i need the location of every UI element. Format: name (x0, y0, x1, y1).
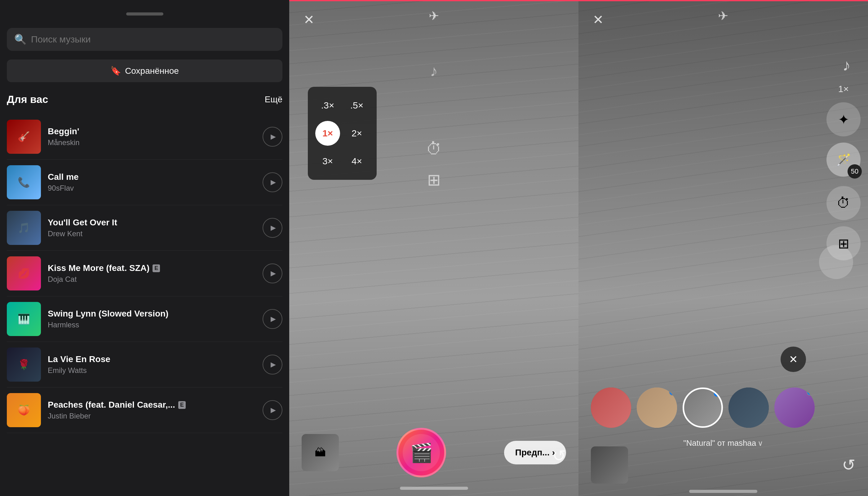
layout-icon[interactable]: ⊞ (427, 170, 441, 189)
speed-option-0.3x[interactable]: .3× (315, 93, 340, 118)
top-bar (289, 0, 578, 1)
track-title: Beggin' (48, 126, 79, 136)
record-button-inner: 🎬 (403, 434, 440, 471)
filter-row (578, 388, 868, 428)
layout-button-3[interactable]: ⊞ (826, 226, 861, 260)
music-list: 🎸 Beggin' Måneskin 📞 Call me 90sFlav 🎵 (7, 114, 282, 433)
close-button[interactable]: ✕ (298, 9, 320, 30)
track-artist: Doja Cat (48, 275, 77, 283)
track-title: La Vie En Rose (48, 354, 110, 364)
play-button[interactable] (263, 400, 282, 420)
flip-camera-button-3[interactable]: ↺ (842, 456, 856, 474)
effects-button[interactable]: ✦ (826, 102, 861, 136)
wand-button[interactable]: 🪄 50 (826, 143, 861, 177)
sparkle-icon: ✦ (838, 112, 849, 127)
track-artist: Justin Bieber (48, 412, 91, 420)
close-icon-3: ✕ (593, 12, 604, 27)
top-bar-3 (578, 0, 868, 1)
bottom-bar-3: ↺ (578, 446, 868, 484)
notification-dot-2 (669, 389, 676, 396)
speed-label-3[interactable]: 1× (838, 84, 849, 94)
track-artist: 90sFlav (48, 184, 74, 192)
album-art-beggin: 🎸 (7, 120, 41, 154)
speed-option-4x[interactable]: 4× (344, 149, 369, 174)
notification-dot-5 (807, 389, 813, 396)
wand-icon-3: 🪄 (836, 153, 851, 167)
filter-thumb-5[interactable] (774, 388, 815, 428)
speed-option-0.5x[interactable]: .5× (344, 93, 369, 118)
music-info: Swing Lynn (Slowed Version) Harmless (48, 309, 256, 329)
play-button[interactable] (263, 264, 282, 283)
filter-thumb-1[interactable] (591, 388, 631, 428)
play-button[interactable] (263, 309, 282, 329)
section-title: Для вас (7, 93, 48, 105)
airplane-mode-icon-3[interactable]: ✈ (718, 9, 728, 23)
track-artist: Måneskin (48, 138, 80, 146)
badge-count: 50 (848, 164, 862, 179)
close-button-3[interactable]: ✕ (587, 9, 609, 30)
gallery-thumbnail[interactable]: 🏔 (301, 434, 339, 471)
album-art-vie: 🌹 (7, 347, 41, 382)
dismiss-button[interactable]: ✕ (780, 346, 806, 372)
bottom-bar: 🏔 🎬 Предп... › (289, 409, 578, 496)
section-header: Для вас Ещё (7, 93, 282, 105)
music-panel: 🔍 🔖 Сохранённое Для вас Ещё 🎸 Beggin' Må… (0, 0, 289, 496)
filter-thumb-3[interactable] (683, 388, 723, 428)
close-icon: ✕ (304, 12, 314, 27)
explicit-badge: E (178, 401, 186, 409)
album-art-peaches: 🍑 (7, 393, 41, 427)
camera-panel-speed: ✕ ✈ ♪ .3× .5× 1× 2× 3× 4× ⏱ ⊞ 🏔 🎬 (289, 0, 578, 496)
airplane-mode-icon[interactable]: ✈ (429, 9, 439, 23)
speed-option-2x[interactable]: 2× (344, 121, 369, 146)
play-button[interactable] (263, 355, 282, 374)
music-info: Kiss Me More (feat. SZA) E Doja Cat (48, 263, 256, 284)
bookmark-icon: 🔖 (110, 66, 121, 76)
drag-handle (126, 12, 164, 16)
record-button[interactable]: 🎬 (397, 428, 446, 477)
camera-bg: ✕ ✈ ♪ .3× .5× 1× 2× 3× 4× ⏱ ⊞ 🏔 🎬 (289, 0, 578, 496)
list-item: 🍑 Peaches (feat. Daniel Caesar,... E Jus… (7, 388, 282, 433)
speed-option-1x[interactable]: 1× (315, 121, 340, 146)
music-info: You'll Get Over It Drew Kent (48, 218, 256, 238)
timer-icon[interactable]: ⏱ (426, 140, 442, 158)
flip-camera-button[interactable]: ↺ (553, 446, 566, 465)
play-button[interactable] (263, 218, 282, 238)
filter-chevron[interactable]: ∨ (758, 439, 763, 447)
play-button[interactable] (263, 127, 282, 146)
track-title: Call me (48, 172, 79, 182)
speed-option-3x[interactable]: 3× (315, 149, 340, 174)
filter-thumb-4[interactable] (728, 388, 769, 428)
music-info: Peaches (feat. Daniel Caesar,... E Justi… (48, 400, 256, 420)
album-art-callme: 📞 (7, 165, 41, 199)
music-note-icon-3[interactable]: ♪ (842, 56, 851, 74)
search-icon: 🔍 (14, 33, 27, 45)
track-title: You'll Get Over It (48, 218, 117, 228)
home-indicator-3 (689, 490, 757, 493)
album-art-kiss: 💋 (7, 257, 41, 291)
search-input[interactable] (31, 34, 275, 45)
explicit-badge: E (153, 264, 160, 272)
gallery-thumbnail-3[interactable] (591, 446, 628, 484)
album-art-swing: 🎹 (7, 302, 41, 336)
track-artist: Harmless (48, 321, 79, 329)
album-art-youll: 🎵 (7, 211, 41, 245)
list-item: 🎸 Beggin' Måneskin (7, 114, 282, 160)
music-info: Beggin' Måneskin (48, 126, 256, 147)
list-item: 📞 Call me 90sFlav (7, 160, 282, 205)
music-note-icon[interactable]: ♪ (430, 62, 438, 80)
list-item: 🎵 You'll Get Over It Drew Kent (7, 205, 282, 251)
play-button[interactable] (263, 172, 282, 192)
saved-button[interactable]: 🔖 Сохранённое (7, 60, 282, 82)
timer-button-3[interactable]: ⏱ (826, 186, 861, 220)
layout-icon-3: ⊞ (838, 236, 849, 251)
home-indicator (400, 487, 468, 490)
music-info: Call me 90sFlav (48, 172, 256, 192)
list-item: 🌹 La Vie En Rose Emily Watts (7, 342, 282, 388)
more-button[interactable]: Ещё (265, 95, 282, 105)
next-label: Предп... (515, 448, 549, 458)
notification-dot-3 (713, 390, 720, 397)
search-bar[interactable]: 🔍 (7, 28, 282, 51)
dismiss-icon: ✕ (789, 353, 797, 366)
filter-thumb-2[interactable] (637, 388, 677, 428)
speed-selector-popup: .3× .5× 1× 2× 3× 4× (308, 87, 377, 180)
